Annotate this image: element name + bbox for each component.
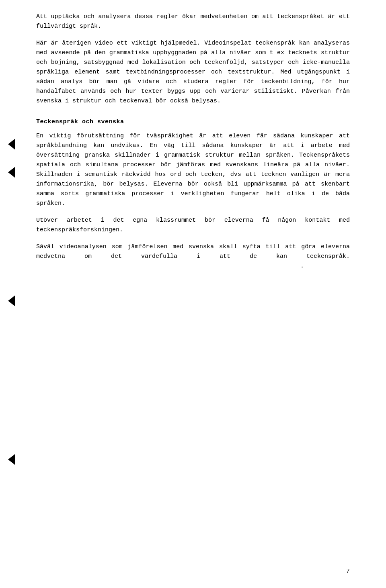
content-area: Att upptäcka och analysera dessa regler … [36,12,350,271]
nav-arrow-4[interactable] [8,454,15,465]
paragraph-5-text: Såväl videoanalysen som jämförelsen med … [36,243,350,260]
nav-arrow-1[interactable] [8,139,15,150]
nav-arrow-3[interactable] [8,295,15,306]
paragraph-5: Såväl videoanalysen som jämförelsen med … [36,242,350,271]
page-number: 7 [346,567,350,576]
paragraph-2: Här är återigen video ett viktigt hjälpm… [36,39,350,106]
section-heading-1: Teckenspråk och svenska [36,117,350,127]
trailing-period: . [36,263,304,270]
paragraph-1: Att upptäcka och analysera dessa regler … [36,12,350,31]
paragraph-3: En viktig förutsättning för tvåspråkighe… [36,131,350,208]
nav-arrow-2[interactable] [8,167,15,178]
page: Att upptäcka och analysera dessa regler … [0,0,386,588]
paragraph-4: Utöver arbetet i det egna klassrummet bö… [36,216,350,235]
